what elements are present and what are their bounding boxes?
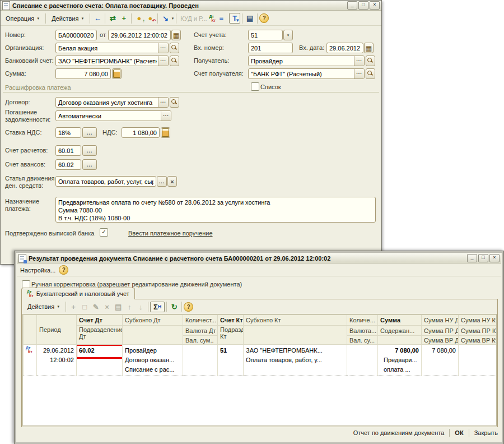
row-schet-dt-cell[interactable]: 60.02 [77, 345, 123, 376]
row-period-cell[interactable]: 29.06.201212:00:02 [37, 345, 77, 376]
settlement-account-field[interactable]: 60.01 [55, 145, 81, 156]
organization-open-button[interactable] [170, 43, 179, 53]
row-summa-cell[interactable]: 7 080,00Предвари...оплата ... [378, 345, 422, 376]
close-button[interactable]: × [370, 1, 380, 10]
close-window-button[interactable]: Закрыть [474, 429, 498, 436]
movements-list-icon[interactable]: ≡ [216, 13, 227, 24]
advance-account-select-button[interactable]: ... [82, 159, 97, 170]
ellipsis-button[interactable]: ... [158, 43, 168, 53]
add-row-icon[interactable]: + [68, 302, 79, 312]
table-row[interactable]: ДтКт 29.06.201212:00:02 60.02 ПровайдерД… [24, 345, 497, 376]
ellipsis-button[interactable]: ... [158, 98, 168, 107]
confirmed-checkbox[interactable]: ✓ [100, 228, 108, 237]
export-icon[interactable]: ↘ [160, 13, 171, 24]
calendar-button[interactable]: ▦ [364, 43, 374, 53]
post-document-icon[interactable]: ●↑ [133, 13, 144, 24]
amount-field[interactable]: 7 080,00 [55, 68, 111, 79]
ok-button[interactable]: ОК [455, 429, 463, 436]
repayment-field[interactable]: Автоматически... [55, 110, 171, 121]
move-down-icon[interactable]: ↓ [135, 302, 146, 312]
posting-result-footer: Отчет по движениям документа ОК Закрыть [19, 425, 498, 441]
move-up-icon[interactable]: ↑ [124, 302, 135, 312]
doc-number-field[interactable]: БА000000201 [55, 30, 97, 40]
cash-flow-select-button[interactable]: ... [157, 176, 167, 187]
search-icon [171, 99, 178, 105]
calendar-button[interactable]: ▦ [171, 30, 181, 40]
account-dropdown-button[interactable]: ▼ [283, 30, 293, 40]
actions-menu-button[interactable]: Действия▼ [48, 14, 88, 23]
structure-icon[interactable]: ▤ [244, 13, 255, 24]
bank-account-field[interactable]: ЗАО "НЕФТЕПРОМБАНК" (Расчетн... [55, 55, 169, 66]
cash-flow-item-field[interactable]: Оплата товаров, работ, услуг, сырь [55, 176, 156, 187]
copy-add-icon[interactable]: + [118, 13, 129, 24]
operation-menu-button[interactable]: Операция▼ [2, 14, 44, 23]
delete-row-icon[interactable]: × [101, 302, 113, 312]
account-field[interactable]: 51 [248, 30, 283, 40]
vat-rate-field[interactable]: 18% [55, 127, 81, 138]
chevron-down-icon[interactable]: ▼ [171, 17, 174, 20]
minimize-button[interactable]: _ [347, 1, 357, 10]
refresh-icon[interactable]: ↻ [169, 302, 180, 312]
payee-account-open-button[interactable] [366, 68, 375, 79]
payee-open-button[interactable] [366, 55, 375, 66]
save-rows-icon[interactable]: ▤ [113, 302, 124, 312]
settlement-account-select-button[interactable]: ... [82, 145, 97, 156]
payee-field[interactable]: Провайдер... [248, 55, 365, 66]
help-icon[interactable]: ? [59, 265, 68, 275]
doc-date-field[interactable]: 29.06.2012 12:00:02 [108, 30, 171, 40]
close-button[interactable]: × [489, 254, 500, 262]
ellipsis-button[interactable]: ... [354, 56, 364, 66]
calculator-button[interactable] [161, 127, 170, 138]
row-summa-nu-kt-cell[interactable] [459, 345, 497, 376]
unpost-document-icon[interactable]: ●↶ [144, 13, 156, 24]
vat-rate-select-button[interactable]: ... [82, 127, 97, 138]
save-close-icon[interactable]: ← [92, 13, 103, 24]
help-icon[interactable]: ? [259, 13, 269, 23]
contract-field[interactable]: Договор оказания услуг хостинга... [55, 97, 169, 108]
row-dt-kt-cell[interactable]: ДтКт [24, 345, 37, 376]
payment-purpose-textarea[interactable]: Предварительная оплата по счету №580 от … [55, 197, 376, 223]
actions-menu-button[interactable]: Действия▼ [24, 302, 64, 311]
dt-kt-icon[interactable]: ДтКт [209, 15, 216, 22]
calendar-icon: ▦ [366, 45, 372, 52]
ellipsis-button[interactable]: ... [161, 111, 171, 121]
tab-accounting[interactable]: ДтКт Бухгалтерский и налоговый учет [21, 288, 135, 299]
clear-button[interactable]: × [167, 176, 177, 187]
enter-payment-order-link[interactable]: Ввести платежное поручение [128, 230, 213, 237]
row-summa-nu-dt-cell[interactable]: 7 080,00 [422, 345, 459, 376]
row-kolichestvo-kt-cell[interactable] [347, 345, 378, 376]
contract-open-button[interactable] [170, 97, 179, 108]
minimize-button[interactable]: _ [467, 254, 477, 262]
movements-report-button[interactable]: Отчет по движениям документа [353, 429, 445, 436]
refresh-document-icon[interactable]: ⇄ [107, 13, 118, 24]
row-subkonto-dt-cell[interactable]: ПровайдерДоговор оказан...Списание с рас… [123, 345, 183, 376]
copy-row-icon[interactable]: □ [79, 302, 90, 312]
bank-account-open-button[interactable] [170, 55, 179, 66]
edit-row-icon[interactable]: ✎ [90, 302, 101, 312]
movements-panel: Действия▼ + □ ✎ × ▤ ↑ ↓ ΣН ↻ ? [21, 299, 498, 427]
filter-toggle-icon[interactable]: Т▼ [229, 13, 240, 24]
posting-result-menubar: Настройка... ? [17, 264, 501, 276]
advance-account-field[interactable]: 60.02 [55, 159, 81, 170]
help-icon[interactable]: ? [184, 302, 193, 312]
ellipsis-button[interactable]: ... [158, 56, 168, 66]
posting-result-titlebar[interactable]: Результат проведения документа Списание … [17, 253, 501, 263]
calculator-button[interactable] [112, 68, 122, 79]
settings-menu-button[interactable]: Настройка... [20, 267, 55, 274]
incoming-number-field[interactable]: 201 [248, 43, 293, 53]
row-subkonto-kt-cell[interactable]: ЗАО "НЕФТЕПРОМБАНК...Оплата товаров, раб… [244, 345, 347, 376]
maximize-button[interactable]: □ [478, 254, 488, 262]
row-kolichestvo-dt-cell[interactable] [183, 345, 218, 376]
organization-field[interactable]: Белая акация... [55, 43, 169, 53]
incoming-date-field[interactable]: 29.06.2012 [326, 43, 363, 53]
col-kolichestvo-kt: Количе... [347, 315, 378, 326]
maximize-button[interactable]: □ [358, 1, 368, 10]
row-schet-kt-cell[interactable]: 51 [218, 345, 244, 376]
ellipsis-button[interactable]: ... [354, 69, 364, 78]
document-window-titlebar[interactable]: Списание с расчетного счета: Оплата пост… [1, 1, 381, 11]
vat-amount-field[interactable]: 1 080,00 [122, 127, 160, 138]
payee-account-field[interactable]: "БАНК РФТ" (Расчетный)... [248, 68, 365, 79]
list-checkbox[interactable] [251, 82, 259, 91]
kud-button[interactable]: КУД и Р... [178, 15, 209, 22]
tax-totals-toggle[interactable]: ΣН [150, 302, 165, 312]
